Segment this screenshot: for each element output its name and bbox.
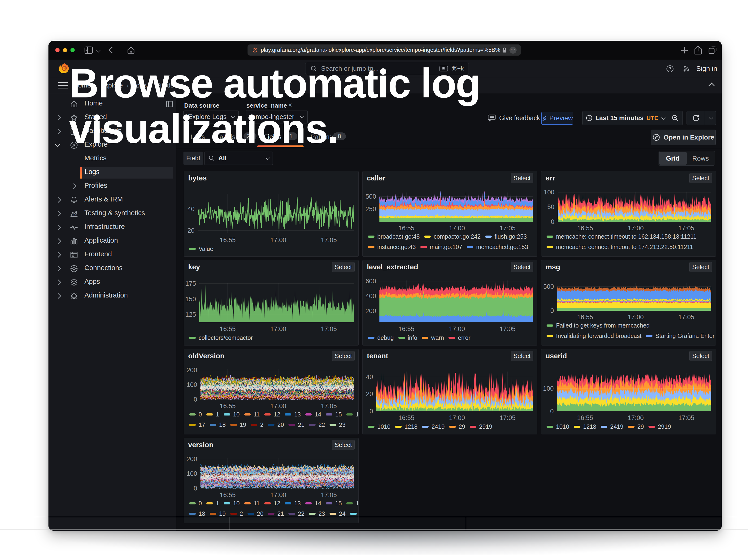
- svg-text:k6: k6: [73, 214, 76, 217]
